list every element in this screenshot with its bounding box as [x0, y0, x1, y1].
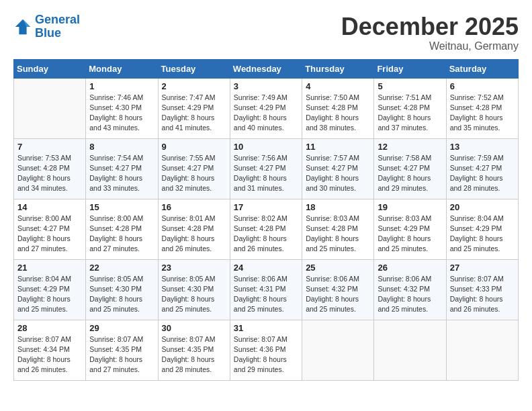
day-info: Sunrise: 7:50 AMSunset: 4:28 PMDaylight:…: [306, 93, 370, 134]
day-info: Sunrise: 7:53 AMSunset: 4:28 PMDaylight:…: [17, 153, 82, 194]
weekday-header: Saturday: [446, 59, 518, 78]
day-info: Sunrise: 8:07 AMSunset: 4:35 PMDaylight:…: [89, 334, 154, 375]
calendar-cell: 16Sunrise: 8:01 AMSunset: 4:28 PMDayligh…: [158, 199, 230, 259]
day-number: 18: [306, 202, 370, 212]
calendar-cell: 28Sunrise: 8:07 AMSunset: 4:34 PMDayligh…: [14, 320, 86, 380]
page-header: General Blue December 2025 Weitnau, Germ…: [13, 13, 519, 52]
calendar-week-row: 1Sunrise: 7:46 AMSunset: 4:30 PMDaylight…: [14, 78, 519, 138]
day-number: 26: [378, 263, 442, 273]
day-number: 31: [234, 323, 298, 333]
calendar-cell: 4Sunrise: 7:50 AMSunset: 4:28 PMDaylight…: [302, 78, 374, 138]
weekday-header: Friday: [374, 59, 446, 78]
calendar-cell: [302, 320, 374, 380]
day-info: Sunrise: 8:05 AMSunset: 4:30 PMDaylight:…: [162, 274, 226, 315]
day-info: Sunrise: 8:03 AMSunset: 4:29 PMDaylight:…: [378, 214, 442, 255]
weekday-header: Thursday: [302, 59, 374, 78]
calendar-cell: 23Sunrise: 8:05 AMSunset: 4:30 PMDayligh…: [158, 259, 230, 320]
calendar-cell: 14Sunrise: 8:00 AMSunset: 4:27 PMDayligh…: [14, 199, 86, 259]
day-info: Sunrise: 7:56 AMSunset: 4:27 PMDaylight:…: [234, 153, 298, 194]
day-number: 4: [306, 81, 370, 91]
calendar-cell: 8Sunrise: 7:54 AMSunset: 4:27 PMDaylight…: [86, 138, 158, 199]
day-info: Sunrise: 8:05 AMSunset: 4:30 PMDaylight:…: [89, 274, 154, 315]
calendar-cell: 2Sunrise: 7:47 AMSunset: 4:29 PMDaylight…: [158, 78, 230, 138]
day-info: Sunrise: 7:49 AMSunset: 4:29 PMDaylight:…: [234, 93, 298, 134]
day-number: 11: [306, 142, 370, 152]
day-info: Sunrise: 8:06 AMSunset: 4:32 PMDaylight:…: [306, 274, 370, 315]
title-block: December 2025 Weitnau, Germany: [341, 13, 519, 52]
day-info: Sunrise: 8:07 AMSunset: 4:33 PMDaylight:…: [450, 274, 515, 315]
day-info: Sunrise: 7:47 AMSunset: 4:29 PMDaylight:…: [162, 93, 226, 134]
calendar-cell: 26Sunrise: 8:06 AMSunset: 4:32 PMDayligh…: [374, 259, 446, 320]
calendar-cell: 24Sunrise: 8:06 AMSunset: 4:31 PMDayligh…: [230, 259, 302, 320]
day-number: 13: [450, 142, 515, 152]
weekday-header: Wednesday: [230, 59, 302, 78]
calendar-cell: 19Sunrise: 8:03 AMSunset: 4:29 PMDayligh…: [374, 199, 446, 259]
day-number: 6: [450, 81, 515, 91]
day-number: 14: [17, 202, 82, 212]
calendar-cell: [374, 320, 446, 380]
calendar-cell: 27Sunrise: 8:07 AMSunset: 4:33 PMDayligh…: [446, 259, 518, 320]
weekday-header: Monday: [86, 59, 158, 78]
day-info: Sunrise: 8:00 AMSunset: 4:28 PMDaylight:…: [89, 214, 154, 255]
day-number: 8: [89, 142, 154, 152]
day-number: 20: [450, 202, 515, 212]
day-number: 16: [162, 202, 226, 212]
calendar-cell: 25Sunrise: 8:06 AMSunset: 4:32 PMDayligh…: [302, 259, 374, 320]
day-number: 12: [378, 142, 442, 152]
calendar-cell: 29Sunrise: 8:07 AMSunset: 4:35 PMDayligh…: [86, 320, 158, 380]
day-number: 9: [162, 142, 226, 152]
day-number: 22: [89, 263, 154, 273]
calendar-cell: 21Sunrise: 8:04 AMSunset: 4:29 PMDayligh…: [14, 259, 86, 320]
day-info: Sunrise: 8:07 AMSunset: 4:35 PMDaylight:…: [162, 334, 226, 375]
calendar-cell: 13Sunrise: 7:59 AMSunset: 4:27 PMDayligh…: [446, 138, 518, 199]
location-subtitle: Weitnau, Germany: [341, 40, 519, 52]
day-number: 5: [378, 81, 442, 91]
day-info: Sunrise: 7:54 AMSunset: 4:27 PMDaylight:…: [89, 153, 154, 194]
calendar-cell: 10Sunrise: 7:56 AMSunset: 4:27 PMDayligh…: [230, 138, 302, 199]
day-info: Sunrise: 8:01 AMSunset: 4:28 PMDaylight:…: [162, 214, 226, 255]
calendar-cell: 9Sunrise: 7:55 AMSunset: 4:27 PMDaylight…: [158, 138, 230, 199]
day-info: Sunrise: 8:04 AMSunset: 4:29 PMDaylight:…: [17, 274, 82, 315]
day-number: 30: [162, 323, 226, 333]
calendar-cell: 22Sunrise: 8:05 AMSunset: 4:30 PMDayligh…: [86, 259, 158, 320]
calendar-cell: 7Sunrise: 7:53 AMSunset: 4:28 PMDaylight…: [14, 138, 86, 199]
day-number: 10: [234, 142, 298, 152]
calendar-week-row: 21Sunrise: 8:04 AMSunset: 4:29 PMDayligh…: [14, 259, 519, 320]
day-info: Sunrise: 7:59 AMSunset: 4:27 PMDaylight:…: [450, 153, 515, 194]
day-number: 25: [306, 263, 370, 273]
calendar-cell: 3Sunrise: 7:49 AMSunset: 4:29 PMDaylight…: [230, 78, 302, 138]
calendar-cell: 30Sunrise: 8:07 AMSunset: 4:35 PMDayligh…: [158, 320, 230, 380]
day-info: Sunrise: 8:06 AMSunset: 4:32 PMDaylight:…: [378, 274, 442, 315]
day-number: 1: [89, 81, 154, 91]
logo-icon: [13, 17, 32, 36]
weekday-header: Sunday: [14, 59, 86, 78]
calendar-cell: [14, 78, 86, 138]
day-number: 15: [89, 202, 154, 212]
day-number: 23: [162, 263, 226, 273]
month-title: December 2025: [341, 13, 519, 40]
day-info: Sunrise: 7:46 AMSunset: 4:30 PMDaylight:…: [89, 93, 154, 134]
day-info: Sunrise: 8:07 AMSunset: 4:36 PMDaylight:…: [234, 334, 298, 375]
calendar-cell: 1Sunrise: 7:46 AMSunset: 4:30 PMDaylight…: [86, 78, 158, 138]
day-info: Sunrise: 8:00 AMSunset: 4:27 PMDaylight:…: [17, 214, 82, 255]
day-number: 19: [378, 202, 442, 212]
calendar-cell: [446, 320, 518, 380]
day-number: 24: [234, 263, 298, 273]
day-number: 3: [234, 81, 298, 91]
day-number: 29: [89, 323, 154, 333]
day-info: Sunrise: 8:07 AMSunset: 4:34 PMDaylight:…: [17, 334, 82, 375]
calendar-cell: 31Sunrise: 8:07 AMSunset: 4:36 PMDayligh…: [230, 320, 302, 380]
weekday-header-row: SundayMondayTuesdayWednesdayThursdayFrid…: [14, 59, 519, 78]
day-info: Sunrise: 7:51 AMSunset: 4:28 PMDaylight:…: [378, 93, 442, 134]
logo-text: General Blue: [35, 13, 80, 40]
calendar-week-row: 7Sunrise: 7:53 AMSunset: 4:28 PMDaylight…: [14, 138, 519, 199]
day-info: Sunrise: 8:03 AMSunset: 4:28 PMDaylight:…: [306, 214, 370, 255]
weekday-header: Tuesday: [158, 59, 230, 78]
day-info: Sunrise: 7:58 AMSunset: 4:27 PMDaylight:…: [378, 153, 442, 194]
day-info: Sunrise: 8:04 AMSunset: 4:29 PMDaylight:…: [450, 214, 515, 255]
calendar-week-row: 28Sunrise: 8:07 AMSunset: 4:34 PMDayligh…: [14, 320, 519, 380]
calendar-cell: 12Sunrise: 7:58 AMSunset: 4:27 PMDayligh…: [374, 138, 446, 199]
calendar-table: SundayMondayTuesdayWednesdayThursdayFrid…: [13, 59, 519, 381]
day-info: Sunrise: 8:02 AMSunset: 4:28 PMDaylight:…: [234, 214, 298, 255]
calendar-cell: 15Sunrise: 8:00 AMSunset: 4:28 PMDayligh…: [86, 199, 158, 259]
